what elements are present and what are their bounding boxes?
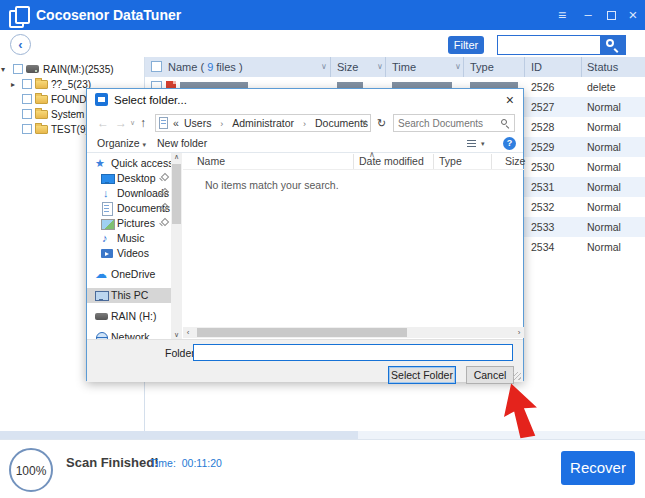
select-folder-button[interactable]: Select Folder (388, 366, 456, 384)
column-header-date-modified[interactable]: Date modified (359, 153, 424, 170)
scroll-down-icon[interactable]: ∨ (171, 331, 182, 339)
expand-arrow-icon[interactable]: ▸ (11, 77, 15, 92)
checkbox[interactable] (22, 94, 32, 104)
column-header-time[interactable]: Time (392, 57, 416, 77)
scroll-right-icon[interactable]: › (514, 327, 524, 338)
drive-icon (26, 65, 39, 73)
tree-item-videos[interactable]: Videos (87, 246, 171, 261)
tree-item-drive[interactable]: ▾ RAIN(M:)(2535) (0, 62, 144, 77)
new-folder-button[interactable]: New folder (157, 135, 207, 152)
collapse-arrow-icon[interactable]: ▾ (1, 62, 5, 77)
dialog-nav-bar: ← → ∨ ↑ « Users › Administrator › Docume… (87, 111, 523, 135)
scroll-left-icon[interactable]: ‹ (183, 327, 193, 338)
status-value: Normal (587, 237, 621, 257)
minimize-button[interactable]: – (578, 0, 598, 30)
scroll-up-icon[interactable]: ∧ (171, 153, 182, 161)
resize-grip[interactable] (513, 372, 521, 380)
column-divider (353, 154, 354, 169)
pin-icon (159, 189, 167, 197)
app-logo-icon (9, 6, 28, 25)
column-header-name[interactable]: Name (197, 153, 225, 170)
maximize-button[interactable] (601, 0, 621, 30)
column-divider (524, 57, 525, 77)
tree-item-music[interactable]: Music (87, 231, 171, 246)
onedrive-cloud-icon (95, 268, 108, 281)
sort-chevron-icon[interactable]: ∨ (377, 57, 383, 77)
sort-chevron-icon[interactable]: ∨ (321, 57, 327, 77)
main-toolbar: ‹ Filter (0, 30, 645, 57)
scrollbar-thumb[interactable] (172, 164, 181, 224)
select-folder-dialog: Select folder... × ← → ∨ ↑ « Users › Adm… (86, 88, 524, 381)
dialog-title-bar: Select folder... × (87, 89, 523, 111)
scrollbar-thumb[interactable] (0, 431, 358, 439)
dialog-command-bar: Organize ▾ New folder ▾ ? (87, 135, 523, 153)
breadcrumb-chevron-icon[interactable]: › (220, 119, 223, 129)
refresh-icon[interactable]: ↻ (377, 111, 386, 135)
folder-name-input[interactable] (193, 344, 513, 361)
folder-icon (35, 110, 48, 119)
dialog-app-icon (95, 93, 108, 106)
column-header-name[interactable]: Name ( 9 files ) (168, 57, 243, 77)
list-horizontal-scrollbar[interactable]: ‹ › (183, 327, 524, 338)
dialog-search-input[interactable] (398, 116, 494, 130)
breadcrumb-segment[interactable]: Documents (315, 117, 368, 129)
select-all-checkbox[interactable] (151, 61, 162, 72)
column-divider (463, 57, 464, 77)
breadcrumb-segment[interactable]: Administrator (232, 117, 294, 129)
pin-icon (159, 174, 167, 182)
address-overflow-chevron[interactable]: « (173, 115, 179, 131)
tree-vertical-scrollbar[interactable]: ∧ ∨ (171, 153, 182, 339)
breadcrumb-segment[interactable]: Users (184, 117, 211, 129)
column-header-type[interactable]: Type (439, 153, 462, 170)
tree-item-desktop[interactable]: Desktop (87, 171, 171, 186)
status-value: Normal (587, 97, 621, 117)
tree-item-this-pc[interactable]: This PC (87, 288, 171, 303)
cancel-button[interactable]: Cancel (466, 366, 514, 384)
scrollbar-thumb[interactable] (197, 328, 407, 337)
music-icon (101, 232, 114, 245)
search-input[interactable] (500, 37, 600, 53)
close-button[interactable]: × (623, 0, 643, 30)
pin-icon (159, 204, 167, 212)
column-header-type[interactable]: Type (470, 57, 494, 77)
filter-button[interactable]: Filter (448, 36, 484, 54)
app-window: Cocosenor DataTuner ≡ – × ‹ Filter ▾ RAI… (0, 0, 645, 498)
quick-access-star-icon (95, 157, 108, 170)
view-dropdown-chevron-icon[interactable]: ▾ (481, 135, 485, 152)
help-icon[interactable]: ? (503, 137, 516, 150)
nav-forward-icon[interactable]: → (115, 111, 127, 135)
view-mode-icon[interactable] (467, 140, 476, 148)
status-value: Normal (587, 157, 621, 177)
column-header-status[interactable]: Status (587, 57, 618, 77)
nav-back-icon[interactable]: ← (97, 111, 109, 135)
checkbox[interactable] (22, 124, 32, 134)
column-header-size[interactable]: Size (505, 153, 525, 170)
checkbox[interactable] (13, 64, 23, 74)
address-bar[interactable]: « Users › Administrator › Documents ∨ (155, 114, 371, 132)
table-header: Name ( 9 files ) ∨ Size ∨ Time ∨ Type ID… (145, 57, 645, 77)
sort-chevron-icon[interactable]: ∨ (455, 57, 461, 77)
tree-item-rain-drive[interactable]: RAIN (H:) (87, 309, 171, 324)
recover-button[interactable]: Recover (561, 451, 635, 485)
breadcrumb-chevron-icon[interactable]: › (303, 119, 306, 129)
checkbox[interactable] (22, 79, 32, 89)
search-button[interactable] (600, 36, 625, 54)
tree-item-quick-access[interactable]: Quick access (87, 156, 171, 171)
tree-item-pictures[interactable]: Pictures (87, 216, 171, 231)
back-button[interactable]: ‹ (10, 34, 31, 55)
tree-item-documents[interactable]: Documents (87, 201, 171, 216)
tree-item-onedrive[interactable]: OneDrive (87, 267, 171, 282)
tree-item-downloads[interactable]: Downloads (87, 186, 171, 201)
search-box (497, 35, 626, 55)
organize-menu[interactable]: Organize ▾ (97, 135, 146, 153)
checkbox[interactable] (22, 109, 32, 119)
elapsed-time: Time: 00:11:20 (150, 457, 222, 469)
column-divider (330, 57, 331, 77)
menu-icon[interactable]: ≡ (552, 0, 572, 30)
dialog-close-icon[interactable]: × (506, 89, 514, 111)
address-dropdown-icon[interactable]: ∨ (361, 115, 367, 131)
column-header-id[interactable]: ID (531, 57, 542, 77)
nav-up-icon[interactable]: ↑ (140, 111, 146, 135)
nav-history-chevron-icon[interactable]: ∨ (130, 111, 135, 135)
column-header-size[interactable]: Size (337, 57, 358, 77)
